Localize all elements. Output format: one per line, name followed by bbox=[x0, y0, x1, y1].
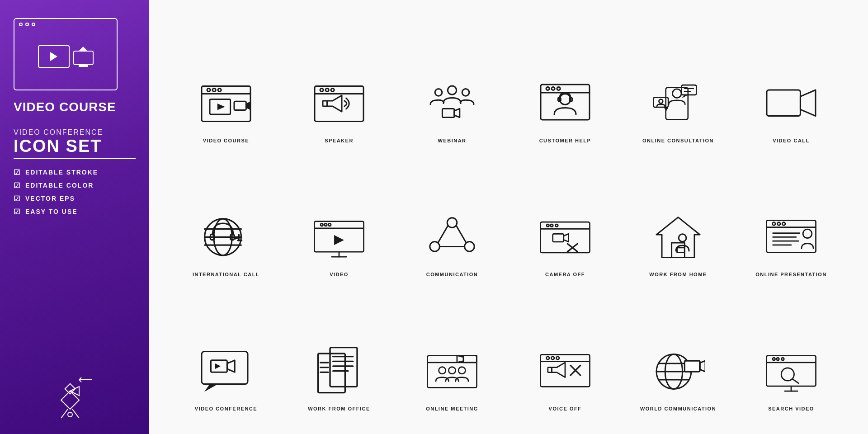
icon-cell-camera-off: CAMERA OFF bbox=[511, 152, 619, 282]
video-course-icon bbox=[199, 76, 253, 131]
feature-4: EASY TO USE bbox=[14, 208, 98, 216]
icon-cell-speaker: SPEAKER bbox=[285, 18, 393, 148]
svg-point-63 bbox=[329, 224, 331, 226]
world-communication-icon bbox=[651, 344, 705, 399]
video-icon bbox=[312, 210, 366, 264]
svg-point-35 bbox=[557, 87, 560, 90]
svg-rect-29 bbox=[442, 108, 454, 117]
svg-point-22 bbox=[326, 88, 329, 91]
feature-2: EDITABLE COLOR bbox=[14, 181, 98, 190]
left-panel: VIDEO COURSE VIDEO CONFERENCE ICON SET E… bbox=[0, 0, 149, 434]
hero-camera bbox=[38, 45, 94, 68]
pen-tool-icon bbox=[57, 366, 93, 420]
search-video-label: SEARCH VIDEO bbox=[768, 406, 814, 411]
world-communication-label: WORLD COMMUNICATION bbox=[640, 406, 716, 411]
customer-help-icon bbox=[538, 76, 592, 131]
icon-cell-online-meeting: ONLINE MEETING bbox=[398, 286, 506, 416]
icon-cell-international-call: INTERNATIONAL CALL bbox=[172, 152, 280, 282]
svg-line-70 bbox=[438, 226, 448, 243]
svg-rect-131 bbox=[684, 361, 700, 372]
international-call-icon bbox=[199, 210, 253, 264]
svg-point-121 bbox=[556, 357, 559, 360]
svg-point-137 bbox=[777, 358, 779, 360]
svg-point-23 bbox=[331, 88, 334, 91]
icon-cell-voice-off: VOICE OFF bbox=[511, 286, 619, 416]
svg-line-71 bbox=[457, 226, 467, 243]
hero-play-rect bbox=[38, 45, 70, 68]
svg-point-115 bbox=[448, 367, 455, 374]
svg-marker-97 bbox=[204, 384, 218, 392]
video-conference-icon bbox=[199, 344, 253, 399]
communication-icon bbox=[425, 210, 479, 264]
hero-cam-body bbox=[73, 51, 94, 65]
svg-point-84 bbox=[679, 234, 686, 242]
svg-point-21 bbox=[320, 88, 323, 91]
video-call-label: VIDEO CALL bbox=[773, 138, 810, 143]
webinar-icon bbox=[425, 76, 479, 131]
svg-rect-78 bbox=[553, 234, 564, 242]
icon-cell-video-course: VIDEO COURSE bbox=[172, 18, 280, 148]
icon-cell-work-from-office: WORK FROM OFFICE bbox=[285, 286, 393, 416]
svg-line-8 bbox=[72, 409, 79, 418]
video-label: VIDEO bbox=[330, 272, 349, 277]
svg-point-12 bbox=[207, 88, 210, 91]
svg-point-28 bbox=[462, 89, 469, 96]
search-video-icon bbox=[764, 344, 818, 399]
voice-off-icon bbox=[538, 344, 592, 399]
svg-line-140 bbox=[792, 379, 798, 383]
svg-point-27 bbox=[435, 89, 442, 96]
svg-rect-25 bbox=[323, 101, 327, 106]
svg-point-114 bbox=[439, 367, 446, 374]
svg-rect-123 bbox=[548, 368, 552, 373]
customer-help-label: CUSTOMER HELP bbox=[539, 138, 591, 143]
svg-point-40 bbox=[672, 89, 681, 98]
svg-point-33 bbox=[546, 87, 549, 90]
svg-rect-41 bbox=[682, 85, 697, 95]
hero-icon bbox=[14, 18, 118, 90]
webinar-label: WEBINAR bbox=[438, 138, 466, 143]
svg-point-136 bbox=[773, 358, 775, 360]
work-from-home-label: WORK FROM HOME bbox=[649, 272, 707, 277]
work-from-office-label: WORK FROM OFFICE bbox=[308, 406, 370, 411]
feature-3: VECTOR EPS bbox=[14, 194, 98, 203]
speaker-icon bbox=[312, 76, 366, 131]
svg-point-6 bbox=[68, 412, 72, 417]
icon-cell-world-communication: WORLD COMMUNICATION bbox=[624, 286, 732, 416]
svg-marker-16 bbox=[217, 104, 225, 110]
svg-point-62 bbox=[325, 224, 327, 226]
svg-point-67 bbox=[447, 218, 457, 228]
svg-point-34 bbox=[552, 87, 555, 90]
svg-rect-85 bbox=[677, 248, 685, 253]
svg-rect-17 bbox=[234, 101, 246, 110]
hero-title: VIDEO COURSE bbox=[14, 99, 116, 115]
icon-cell-online-presentation: ONLINE PRESENTATION bbox=[737, 152, 845, 282]
right-panel: VIDEO COURSE SPEAKER bbox=[149, 0, 868, 434]
video-conference-label: VIDEO CONFERENCE bbox=[195, 406, 257, 411]
icon-cell-video-call: VIDEO CALL bbox=[737, 18, 845, 148]
icon-cell-video: VIDEO bbox=[285, 152, 393, 282]
features-list: EDITABLE STROKE EDITABLE COLOR VECTOR EP… bbox=[14, 168, 98, 221]
icon-cell-customer-help: CUSTOMER HELP bbox=[511, 18, 619, 148]
hero-dots bbox=[19, 23, 35, 26]
svg-point-116 bbox=[458, 367, 465, 374]
svg-point-89 bbox=[777, 222, 780, 226]
communication-label: COMMUNICATION bbox=[426, 272, 478, 277]
title-big: ICON SET bbox=[14, 137, 102, 155]
international-call-label: INTERNATIONAL CALL bbox=[193, 272, 259, 277]
icon-cell-communication: COMMUNICATION bbox=[398, 152, 506, 282]
speaker-label: SPEAKER bbox=[325, 138, 354, 143]
hero-play-triangle bbox=[50, 52, 57, 61]
online-consultation-icon bbox=[651, 76, 705, 131]
svg-marker-64 bbox=[334, 235, 344, 245]
svg-marker-99 bbox=[227, 360, 235, 372]
online-meeting-icon bbox=[425, 344, 479, 399]
svg-line-7 bbox=[61, 409, 68, 418]
icon-cell-search-video: SEARCH VIDEO bbox=[737, 286, 845, 416]
video-course-label: VIDEO COURSE bbox=[203, 138, 249, 143]
svg-rect-48 bbox=[767, 90, 800, 116]
svg-point-138 bbox=[782, 358, 784, 360]
camera-off-icon bbox=[538, 210, 592, 264]
online-presentation-icon bbox=[764, 210, 818, 264]
svg-marker-30 bbox=[454, 108, 460, 117]
icon-cell-online-consultation: ONLINE CONSULTATION bbox=[624, 18, 732, 148]
